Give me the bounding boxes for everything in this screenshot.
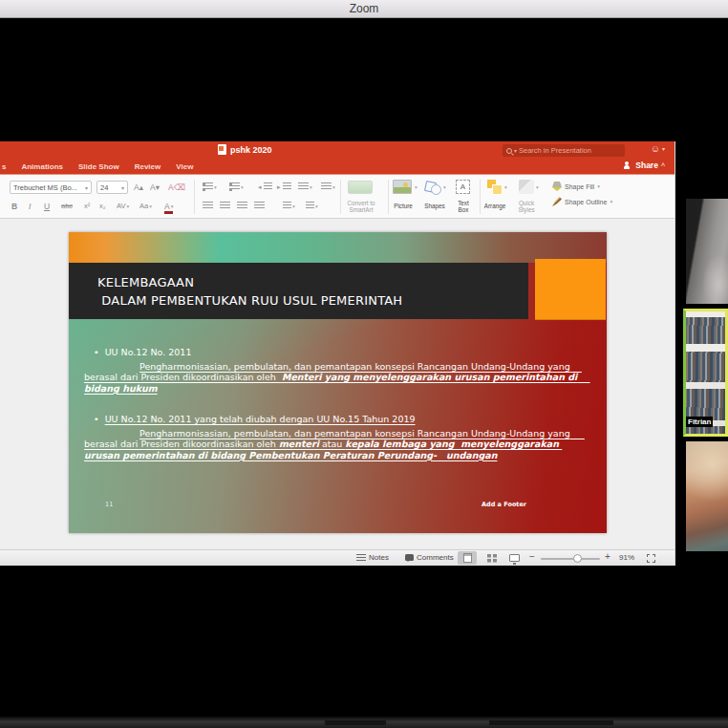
columns-button[interactable]: ▾ [321,182,335,191]
chevron-down-icon: ▾ [214,184,217,190]
shrink-font-button[interactable]: A▾ [150,182,160,192]
document-title: pshk 2020 [230,145,272,155]
zoom-out-button[interactable]: − [529,551,535,562]
normal-view-button[interactable] [458,551,477,565]
slide-title-box[interactable]: KELEMBAGAAN DALAM PEMBENTUKAN RUU USUL P… [69,263,528,319]
tab-review[interactable]: Review [135,162,161,171]
numbering-button[interactable]: ▾ [229,182,244,191]
bold-button[interactable]: B [11,202,17,211]
slide-workspace: KELEMBAGAAN DALAM PEMBENTUKAN RUU USUL P… [0,219,674,549]
align-center-button[interactable] [220,202,230,210]
align-text-icon [306,202,314,210]
ribbon-collapse-icon[interactable]: ^ [661,162,665,169]
align-left-button[interactable] [203,202,213,210]
text-box-icon[interactable]: A [456,180,470,194]
underline-button[interactable]: U [44,202,50,211]
slide-paragraph-2: Pengharmonisasian, pembulatan, dan peman… [84,428,582,461]
font-size-select[interactable]: 24 ▾ [96,181,128,194]
arrange-button[interactable]: Arrange [478,203,512,209]
picture-caret[interactable]: ▾ [415,184,418,190]
justify-button[interactable] [254,202,265,210]
search-input[interactable] [519,146,621,155]
italic-button[interactable]: I [29,202,31,211]
convert-smartart-icon[interactable] [348,181,373,194]
increase-indent-button[interactable] [277,182,291,191]
shapes-button[interactable]: Shapes [418,203,452,209]
zoom-slider-knob[interactable] [573,554,582,563]
font-name-select[interactable]: Trebuchet MS (Bo... ▾ [10,181,92,194]
superscript-button[interactable]: x² [84,202,90,210]
fit-to-window-button[interactable] [647,554,655,563]
tab-slide-show[interactable]: Slide Show [78,162,119,171]
slide-orange-accent-square[interactable] [535,259,606,320]
tab-view[interactable]: View [176,162,193,171]
chevron-down-icon: ▾ [126,203,129,209]
shapes-icon[interactable] [424,180,441,194]
line-spacing-button[interactable]: ▾ [298,182,312,191]
share-button[interactable]: Share ^ [624,161,665,170]
align-right-button[interactable] [237,202,247,210]
chevron-down-icon: ▾ [536,184,539,190]
justify-icon [254,202,265,210]
ppt-statusbar: Notes Comments − + 91% [0,549,674,566]
convert-smartart-button[interactable]: Convert to SmartArt [336,200,386,213]
chevron-down-icon: ▾ [443,184,446,190]
slide-canvas[interactable]: KELEMBAGAAN DALAM PEMBENTUKAN RUU USUL P… [69,232,607,533]
footer-placeholder[interactable]: Add a Footer [482,501,526,508]
shape-outline-button[interactable]: Shape Outline ▾ [552,197,612,206]
feedback-smiley-button[interactable]: ☺ ▾ [651,143,665,154]
text-direction-button[interactable]: ▾ [283,202,295,210]
picture-button[interactable]: Picture [388,203,418,209]
comments-button[interactable]: Comments [405,553,454,562]
participant-video-3[interactable] [686,441,728,551]
character-spacing-button[interactable]: AV ▾ [117,202,129,210]
notes-button[interactable]: Notes [356,553,389,562]
arrange-icon[interactable] [487,180,503,194]
macos-titlebar: Zoom [0,0,728,18]
grow-font-button[interactable]: A▴ [134,182,143,192]
change-case-button[interactable]: Aa ▾ [139,202,152,210]
font-color-button[interactable]: A ▾ [164,202,173,214]
line-spacing-icon [298,182,309,191]
strikethrough-button[interactable]: abc [61,202,73,210]
chevron-down-icon: ▾ [292,203,295,209]
search-scope-caret-icon[interactable]: ▾ [514,147,517,154]
slideshow-button[interactable] [504,551,524,565]
chevron-down-icon: ▾ [149,203,152,209]
zoom-slider[interactable] [541,558,600,560]
subscript-button[interactable]: x₂ [99,202,106,210]
shape-fill-button[interactable]: Shape Fill ▾ [552,182,600,191]
picture-icon[interactable] [393,180,412,194]
chevron-down-icon: ▾ [597,183,600,189]
participant-video-1[interactable] [686,199,728,304]
zoom-in-button[interactable]: + [605,551,610,562]
quick-styles-caret[interactable]: ▾ [536,184,539,190]
notes-icon [356,554,366,562]
quick-styles-icon[interactable] [519,180,534,194]
normal-view-icon [463,553,472,563]
chevron-down-icon: ▾ [415,184,418,190]
tab-transitions-partial[interactable]: s [2,162,6,171]
shapes-caret[interactable]: ▾ [443,184,446,190]
align-text-button[interactable]: ▾ [306,202,318,210]
slide-paragraph-1: Pengharmonisasian, pembulatan, dan peman… [84,361,582,395]
background-window-edge [0,717,728,728]
pencil-icon [552,197,562,206]
chevron-down-icon: ▾ [85,184,88,191]
participant-video-2-active-speaker[interactable]: Fitrian [683,309,728,437]
decrease-indent-button[interactable] [258,182,272,191]
search-box[interactable]: ▾ [503,144,625,157]
participant-name-label: Fitrian [686,417,713,427]
clear-formatting-button[interactable]: A⌫ [168,182,185,192]
tab-animations[interactable]: Animations [21,162,63,171]
align-center-icon [220,202,230,210]
slide-body-textbox[interactable]: • UU No.12 No. 2011 Pengharmonisasian, p… [84,347,582,460]
slide-sorter-button[interactable] [482,551,502,565]
quick-styles-button[interactable]: Quick Styles [513,200,540,213]
arrange-caret[interactable]: ▾ [504,184,507,190]
fit-slide-icon [647,554,655,563]
bullets-button[interactable]: ▾ [203,182,217,191]
align-left-icon [203,202,213,210]
text-box-button[interactable]: Text Box [450,200,477,213]
slideshow-icon [509,554,520,562]
